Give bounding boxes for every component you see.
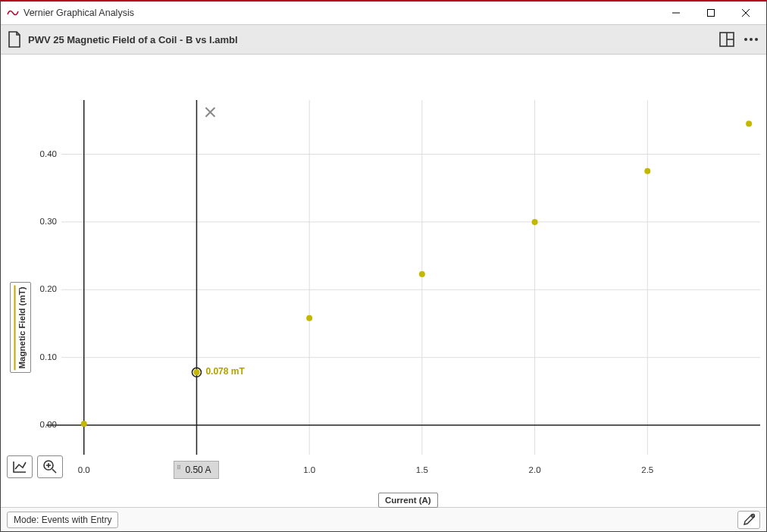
svg-point-7 [744,38,747,41]
y-tick-label: 0.40 [33,149,57,158]
svg-line-35 [52,469,56,473]
svg-point-24 [81,421,87,427]
app-title: Vernier Graphical Analysis [23,8,134,18]
zoom-button[interactable] [37,455,63,478]
svg-point-26 [193,369,199,375]
examine-point-label: 0.078 mT [205,366,244,377]
x-tick-label: 1.0 [303,465,315,474]
toolbar: PWV 25 Magnetic Field of a Coil - B vs I… [1,24,766,55]
window-minimize-button[interactable] [659,2,693,24]
x-tick-label: 0.0 [78,465,90,474]
window-close-button[interactable] [728,2,763,24]
y-axis-title[interactable]: Magnetic Field (mT) [10,282,31,373]
filename-label: PWV 25 Magnetic Field of a Coil - B vs I… [28,34,238,45]
y-tick-label: 0.10 [33,352,57,361]
examine-cursor-readout[interactable]: 0.50 A [174,461,219,479]
x-tick-label: 1.5 [416,465,428,474]
window-maximize-button[interactable] [693,2,728,24]
y-tick-label: 0.30 [33,217,57,226]
svg-rect-1 [708,10,715,17]
svg-point-28 [419,271,425,277]
x-tick-label: 2.5 [641,465,653,474]
app-logo-icon [7,7,19,19]
file-icon[interactable] [7,30,22,49]
y-tick-label: 0.20 [33,284,57,293]
y-tick-label: 0.00 [33,420,57,429]
x-axis-title[interactable]: Current (A) [378,493,438,508]
plot-container: Magnetic Field (mT) Current (A) 0.000.10… [1,55,766,507]
titlebar: Vernier Graphical Analysis [1,2,766,24]
svg-point-8 [750,38,753,41]
svg-point-31 [746,120,752,127]
x-tick-label: 2.0 [529,465,541,474]
scatter-plot[interactable] [1,55,767,524]
svg-point-29 [532,219,538,225]
svg-point-30 [644,168,650,174]
more-options-button[interactable] [742,30,760,49]
graph-tools-button[interactable] [7,455,33,478]
layout-button[interactable] [718,30,736,49]
svg-point-27 [306,315,312,321]
svg-point-9 [755,38,758,41]
